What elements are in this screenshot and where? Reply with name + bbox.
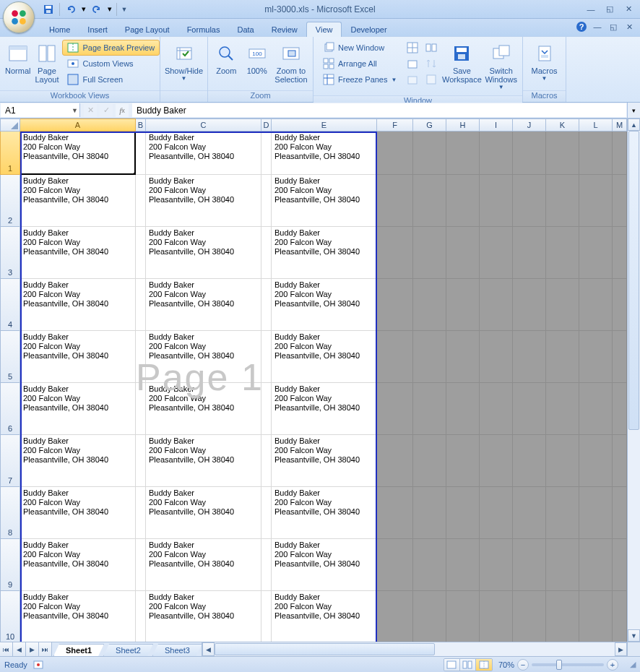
cell[interactable] <box>377 435 413 487</box>
horizontal-scrollbar[interactable]: ◀ ▶ <box>202 642 627 656</box>
row-header[interactable]: 3 <box>0 227 20 279</box>
cell[interactable] <box>579 435 613 487</box>
cell[interactable]: Buddy Baker200 Falcon WayPleasantville, … <box>146 175 261 227</box>
sheet-nav-last[interactable]: ⏭ <box>39 642 52 656</box>
cell[interactable]: Buddy Baker200 Falcon WayPleasantville, … <box>146 331 261 383</box>
cell[interactable]: Buddy Baker200 Falcon WayPleasantville, … <box>272 132 377 175</box>
cell[interactable]: Buddy Baker200 Falcon WayPleasantville, … <box>146 279 261 331</box>
zoom-to-selection-button[interactable]: Zoom to Selection <box>272 38 310 87</box>
zoom-slider[interactable] <box>532 663 604 666</box>
row-header[interactable]: 9 <box>0 539 20 591</box>
page-break-preview-button[interactable]: Page Break Preview <box>62 40 160 56</box>
vertical-scrollbar[interactable]: ▲ ▼ <box>627 119 640 642</box>
cell[interactable]: Buddy Baker200 Falcon WayPleasantville, … <box>146 383 261 435</box>
cell[interactable]: Buddy Baker200 Falcon WayPleasantville, … <box>146 227 261 279</box>
cell[interactable] <box>513 435 546 487</box>
cell[interactable]: Buddy Baker200 Falcon WayPleasantville, … <box>272 175 377 227</box>
macro-record-icon[interactable] <box>33 660 43 670</box>
full-screen-button[interactable]: Full Screen <box>62 72 160 87</box>
cell[interactable] <box>261 331 272 383</box>
cell[interactable] <box>480 175 513 227</box>
column-header[interactable]: H <box>446 119 480 132</box>
mdi-close-button[interactable]: ✕ <box>623 20 636 33</box>
view-side-by-side-button[interactable] <box>423 40 439 56</box>
tab-data[interactable]: Data <box>228 22 262 37</box>
row-header[interactable]: 8 <box>0 487 20 539</box>
cell[interactable] <box>613 132 627 175</box>
cell[interactable] <box>261 227 272 279</box>
cell[interactable] <box>413 175 446 227</box>
cell[interactable] <box>579 487 613 539</box>
new-window-button[interactable]: New Window <box>318 40 402 56</box>
cell[interactable] <box>513 383 546 435</box>
sheet-tab[interactable]: Sheet2 <box>103 644 153 656</box>
cell[interactable] <box>613 175 627 227</box>
cell[interactable] <box>613 383 627 435</box>
qat-customize-dropdown[interactable]: ▼ <box>120 1 129 17</box>
cell[interactable] <box>261 132 272 175</box>
row-header[interactable]: 2 <box>0 175 20 227</box>
cell[interactable] <box>413 591 446 642</box>
cell[interactable]: Buddy Baker200 Falcon WayPleasantville, … <box>272 591 377 642</box>
name-box[interactable]: A1 ▼ <box>1 103 80 117</box>
cell[interactable] <box>446 279 480 331</box>
row-header[interactable]: 4 <box>0 279 20 331</box>
cell[interactable] <box>261 487 272 539</box>
resize-grip[interactable]: ◢ <box>624 660 636 669</box>
unhide-window-button[interactable] <box>405 72 420 87</box>
cell[interactable] <box>513 331 546 383</box>
sheet-tab[interactable]: Sheet1 <box>53 644 104 656</box>
cell[interactable]: Buddy Baker200 Falcon WayPleasantville, … <box>272 331 377 383</box>
scroll-up-button[interactable]: ▲ <box>628 119 640 131</box>
cell[interactable] <box>480 487 513 539</box>
cell[interactable] <box>261 175 272 227</box>
cell[interactable] <box>579 132 613 175</box>
cell[interactable]: Buddy Baker200 Falcon WayPleasantville, … <box>20 487 136 539</box>
cell[interactable] <box>546 591 579 642</box>
qat-undo-dropdown[interactable]: ▾ <box>80 1 87 17</box>
column-header[interactable]: E <box>272 119 377 132</box>
cell[interactable] <box>413 435 446 487</box>
cell[interactable] <box>480 383 513 435</box>
cell[interactable] <box>377 132 413 175</box>
cell[interactable] <box>546 435 579 487</box>
hide-window-button[interactable] <box>405 56 420 72</box>
cell[interactable] <box>579 175 613 227</box>
cell[interactable] <box>613 279 627 331</box>
tab-review[interactable]: Review <box>263 22 306 37</box>
zoom-100-button[interactable]: 100 100% <box>241 38 272 79</box>
scroll-thumb[interactable] <box>628 131 639 430</box>
cell[interactable] <box>613 227 627 279</box>
zoom-in-button[interactable]: + <box>607 659 618 671</box>
cell[interactable] <box>480 591 513 642</box>
cell[interactable] <box>261 539 272 591</box>
sheet-tab[interactable]: Sheet3 <box>152 644 202 656</box>
synchronous-scrolling-button[interactable] <box>423 56 439 72</box>
cell[interactable] <box>413 279 446 331</box>
cell[interactable]: Buddy Baker200 Falcon WayPleasantville, … <box>20 539 136 591</box>
cell[interactable]: Buddy Baker200 Falcon WayPleasantville, … <box>20 383 136 435</box>
macros-button[interactable]: Macros ▼ <box>526 38 563 85</box>
select-all-corner[interactable] <box>0 119 20 132</box>
cell[interactable] <box>546 132 579 175</box>
cell[interactable]: Buddy Baker200 Falcon WayPleasantville, … <box>146 591 261 642</box>
cell[interactable]: Buddy Baker200 Falcon WayPleasantville, … <box>146 435 261 487</box>
cell[interactable]: Buddy Baker200 Falcon WayPleasantville, … <box>146 487 261 539</box>
cell[interactable] <box>413 227 446 279</box>
cell[interactable] <box>261 591 272 642</box>
mdi-minimize-button[interactable]: — <box>591 20 604 33</box>
row-header[interactable]: 1 <box>0 132 20 175</box>
help-button[interactable]: ? <box>575 20 588 33</box>
cell[interactable] <box>446 487 480 539</box>
row-header[interactable]: 6 <box>0 383 20 435</box>
cell[interactable] <box>613 487 627 539</box>
split-button[interactable] <box>405 40 420 56</box>
row-header[interactable]: 5 <box>0 331 20 383</box>
qat-undo-button[interactable] <box>63 1 79 17</box>
cell[interactable]: Buddy Baker200 Falcon WayPleasantville, … <box>272 227 377 279</box>
cell[interactable] <box>513 175 546 227</box>
cell[interactable]: Buddy Baker200 Falcon WayPleasantville, … <box>20 591 136 642</box>
page-break-preview-shortcut[interactable] <box>476 659 492 671</box>
cell[interactable] <box>377 175 413 227</box>
column-header[interactable]: B <box>136 119 146 132</box>
